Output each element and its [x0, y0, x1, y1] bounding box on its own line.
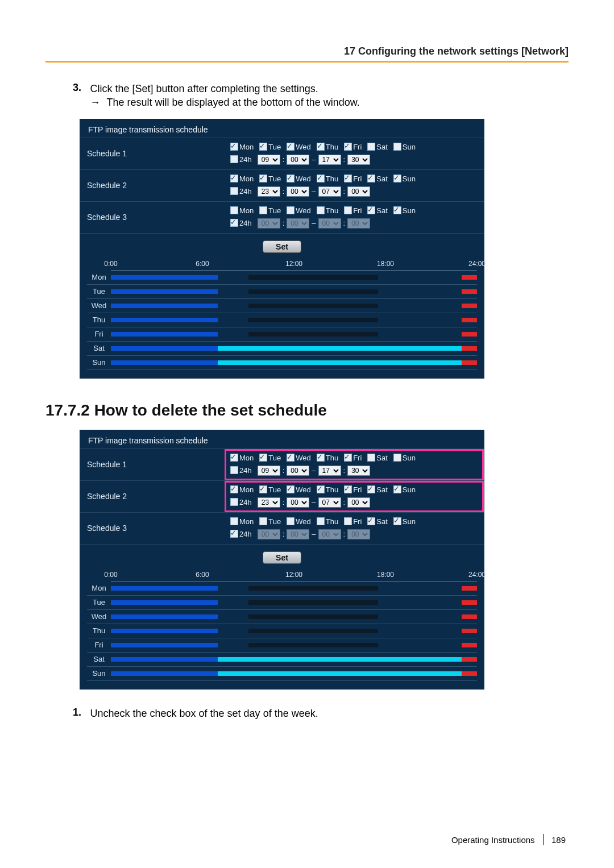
24h-checkbox[interactable] [230, 155, 238, 163]
24h-label: 24h [239, 219, 252, 227]
24h-checkbox[interactable] [230, 530, 238, 538]
time-select[interactable]: 00 [347, 497, 370, 508]
day-checkbox[interactable] [317, 143, 325, 151]
day-checkbox[interactable] [393, 454, 401, 462]
day-checkbox[interactable] [287, 485, 294, 493]
day-checkbox[interactable] [259, 175, 267, 182]
day-checkbox[interactable] [317, 175, 325, 182]
day-checkbox[interactable] [344, 175, 352, 182]
24h-label: 24h [239, 530, 252, 538]
day-checkbox[interactable] [317, 517, 325, 525]
timeline-track [111, 288, 477, 296]
day-checkbox[interactable] [393, 206, 401, 214]
day-label: Sat [376, 485, 388, 494]
day-checkbox[interactable] [317, 485, 325, 493]
time-select[interactable]: 09 [258, 466, 280, 476]
day-label: Sat [376, 175, 388, 183]
day-label: Tue [268, 485, 281, 494]
day-checkbox[interactable] [344, 454, 352, 462]
timeline-bar-schedule2 [111, 289, 218, 294]
timeline-track [111, 599, 477, 607]
day-checkbox[interactable] [230, 485, 238, 493]
step-3-number: 3. [73, 82, 88, 94]
day-checkbox[interactable] [287, 206, 294, 214]
day-checkbox[interactable] [344, 517, 352, 525]
time-select[interactable]: 17 [318, 466, 341, 476]
day-checkbox[interactable] [367, 175, 375, 182]
day-checkbox[interactable] [367, 454, 375, 462]
day-checkbox[interactable] [393, 143, 401, 151]
day-label: Sat [376, 206, 388, 215]
day-checkbox[interactable] [393, 517, 401, 525]
step-3-main: Click the [Set] button after completing … [90, 83, 318, 94]
day-checkbox[interactable] [259, 485, 267, 493]
day-checkbox[interactable] [344, 485, 352, 493]
day-checkbox[interactable] [367, 485, 375, 493]
time-select[interactable]: 30 [347, 466, 370, 476]
time-select[interactable]: 30 [347, 155, 370, 165]
timeline-day-label: Thu [87, 626, 111, 635]
day-checkbox[interactable] [259, 517, 267, 525]
time-select[interactable]: 00 [287, 155, 309, 165]
day-label: Sun [403, 517, 416, 526]
timeline-row: Sun [87, 356, 477, 370]
24h-checkbox[interactable] [230, 466, 238, 474]
day-checkbox[interactable] [230, 175, 238, 182]
day-label: Thu [326, 517, 338, 526]
24h-checkbox[interactable] [230, 219, 238, 227]
set-button[interactable]: Set [263, 240, 301, 253]
day-checkbox[interactable] [287, 454, 294, 462]
day-checkbox[interactable] [317, 206, 325, 214]
day-checkbox[interactable] [287, 175, 294, 182]
24h-label: 24h [239, 498, 252, 506]
24h-checkbox[interactable] [230, 498, 238, 506]
day-label: Fri [353, 143, 362, 151]
time-select[interactable]: 09 [258, 155, 280, 165]
day-checkbox[interactable] [344, 206, 352, 214]
day-checkbox[interactable] [367, 206, 375, 214]
day-checkbox[interactable] [367, 143, 375, 151]
timeline-row: Mon [87, 582, 477, 596]
time-select[interactable]: 23 [258, 497, 280, 508]
day-checkbox[interactable] [287, 517, 294, 525]
time-select[interactable]: 07 [318, 186, 341, 197]
day-checkbox[interactable] [230, 143, 238, 151]
timeline-bar-schedule2 [111, 600, 218, 605]
24h-checkbox[interactable] [230, 187, 238, 195]
timeline-bar-schedule2 [111, 346, 218, 351]
day-checkbox[interactable] [259, 143, 267, 151]
day-label: Mon [239, 175, 254, 183]
day-label: Sun [403, 454, 416, 462]
set-button[interactable]: Set [263, 551, 301, 564]
day-label: Tue [268, 175, 281, 183]
day-checkbox[interactable] [393, 485, 401, 493]
day-checkbox[interactable] [230, 206, 238, 214]
day-checkbox[interactable] [287, 143, 294, 151]
colon: : [283, 219, 285, 227]
day-checkbox[interactable] [230, 517, 238, 525]
day-checkbox[interactable] [230, 454, 238, 462]
time-select[interactable]: 17 [318, 155, 341, 165]
day-checkbox[interactable] [367, 517, 375, 525]
step-1-text: Uncheck the check box of the set day of … [90, 707, 556, 720]
timeline-bar-schedule2 [462, 629, 477, 633]
timeline-bar-schedule2 [462, 643, 477, 647]
time-select[interactable]: 23 [258, 186, 280, 197]
time-select[interactable]: 00 [287, 497, 309, 508]
time-select[interactable]: 00 [287, 466, 309, 476]
day-checkbox[interactable] [393, 175, 401, 182]
day-checkbox[interactable] [259, 206, 267, 214]
day-checkbox[interactable] [344, 143, 352, 151]
step-1: 1. Uncheck the check box of the set day … [73, 707, 569, 720]
timeline-bar-schedule2 [462, 275, 477, 280]
time-select[interactable]: 07 [318, 497, 341, 508]
day-checkbox[interactable] [259, 454, 267, 462]
time-select[interactable]: 00 [287, 186, 309, 197]
timeline-row: Wed [87, 610, 477, 624]
schedule-row: Schedule 1MonTueWedThuFriSatSun24h09:00–… [80, 448, 484, 480]
time-select[interactable]: 00 [347, 186, 370, 197]
time-dash: – [312, 530, 316, 538]
timeline-day-label: Sat [87, 655, 111, 663]
timeline-track [111, 584, 477, 592]
day-checkbox[interactable] [317, 454, 325, 462]
